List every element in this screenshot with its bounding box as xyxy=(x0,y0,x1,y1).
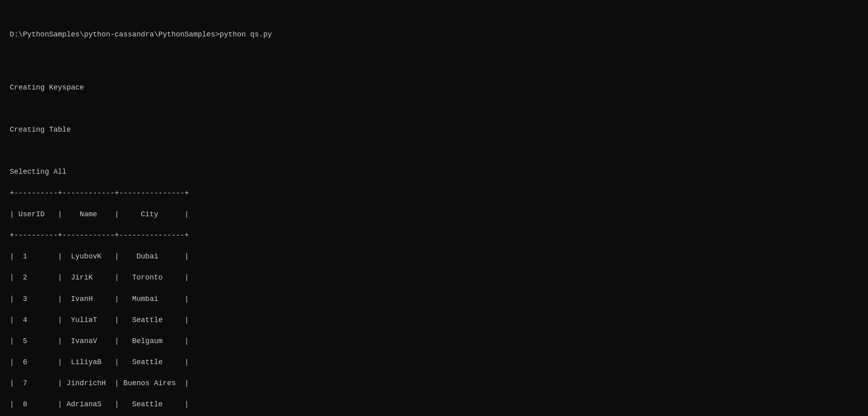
terminal-line: | 6 | LiliyaB | Seattle | xyxy=(10,357,858,367)
terminal-output: Creating Keyspace Creating Table Selecti… xyxy=(10,50,858,416)
terminal-line: +----------+------------+---------------… xyxy=(10,188,858,198)
terminal-line xyxy=(10,61,858,71)
terminal-line: +----------+------------+---------------… xyxy=(10,230,858,241)
terminal-line: | 4 | YuliaT | Seattle | xyxy=(10,315,858,325)
terminal-line: | 3 | IvanH | Mumbai | xyxy=(10,294,858,304)
terminal-line: Creating Keyspace xyxy=(10,82,858,93)
terminal-line xyxy=(10,145,858,156)
terminal-line: | 2 | JiriK | Toronto | xyxy=(10,272,858,283)
terminal-line: | 8 | AdrianaS | Seattle | xyxy=(10,399,858,410)
terminal-line: | 1 | LyubovK | Dubai | xyxy=(10,251,858,262)
terminal-line: | 7 | JindrichH | Buenos Aires | xyxy=(10,378,858,388)
terminal-line xyxy=(10,103,858,114)
terminal-line: Creating Table xyxy=(10,124,858,135)
command-line: D:\PythonSamples\python-cassandra\Python… xyxy=(10,29,858,40)
terminal-line: | UserID | Name | City | xyxy=(10,209,858,220)
terminal-line: Selecting All xyxy=(10,166,858,177)
terminal-line: | 5 | IvanaV | Belgaum | xyxy=(10,336,858,346)
terminal-window: D:\PythonSamples\python-cassandra\Python… xyxy=(10,8,858,50)
